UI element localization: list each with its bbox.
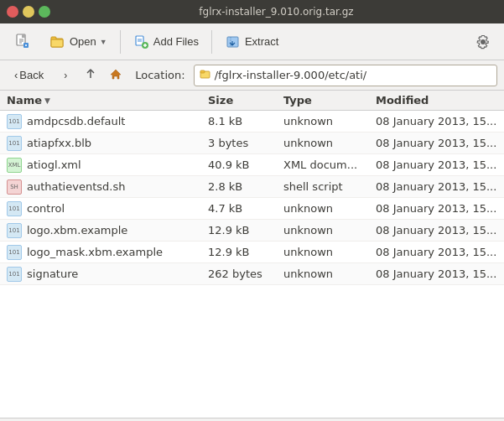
file-icon: XML bbox=[7, 158, 22, 173]
cell-size: 12.9 kB bbox=[208, 224, 283, 236]
file-name: logo.xbm.example bbox=[27, 224, 127, 236]
location-bar[interactable]: /fglrx-installer-9.000/etc/ati/ bbox=[194, 65, 497, 86]
cell-type: shell script bbox=[283, 180, 376, 193]
extract-label: Extract bbox=[245, 35, 278, 48]
cell-name: 101 atiapfxx.blb bbox=[7, 136, 208, 151]
open-button[interactable]: Open ▼ bbox=[42, 29, 115, 55]
cell-size: 262 bytes bbox=[208, 268, 283, 280]
file-rows: 101 amdpcsdb.default 8.1 kB unknown 08 J… bbox=[0, 111, 504, 285]
cell-type: unknown bbox=[283, 137, 376, 149]
navbar: ‹ Back › Location: /fglrx-installer-9.00… bbox=[0, 60, 504, 91]
cell-size: 8.1 kB bbox=[208, 115, 283, 127]
file-name: signature bbox=[27, 268, 78, 280]
location-path: /fglrx-installer-9.000/etc/ati/ bbox=[215, 69, 367, 81]
file-icon: 101 bbox=[7, 223, 22, 238]
forward-icon: › bbox=[64, 70, 67, 81]
new-icon bbox=[14, 34, 31, 50]
back-button[interactable]: ‹ Back bbox=[7, 65, 51, 85]
maximize-button[interactable] bbox=[39, 6, 50, 18]
table-row[interactable]: 101 logo_mask.xbm.example 12.9 kB unknow… bbox=[0, 242, 504, 263]
column-header-modified[interactable]: Modified bbox=[376, 94, 497, 107]
gear-icon bbox=[475, 34, 491, 50]
close-button[interactable] bbox=[7, 6, 18, 18]
file-name: authatieventsd.sh bbox=[27, 180, 125, 193]
svg-rect-10 bbox=[51, 39, 63, 47]
file-name: amdpcsdb.default bbox=[27, 115, 125, 127]
file-icon: 101 bbox=[7, 136, 22, 151]
file-icon: 101 bbox=[7, 267, 22, 282]
cell-name: 101 logo_mask.xbm.example bbox=[7, 245, 208, 260]
cell-type: unknown bbox=[283, 115, 376, 127]
open-dropdown-arrow: ▼ bbox=[100, 38, 107, 46]
cell-name: 101 control bbox=[7, 201, 208, 216]
table-row[interactable]: XML atiogl.xml 40.9 kB XML docum... 08 J… bbox=[0, 154, 504, 176]
forward-button[interactable]: › bbox=[55, 65, 76, 86]
folder-icon bbox=[200, 68, 211, 82]
window-controls bbox=[7, 6, 50, 18]
minimize-button[interactable] bbox=[23, 6, 34, 18]
cell-modified: 08 January 2013, 15... bbox=[376, 180, 497, 193]
extract-button[interactable]: Extract bbox=[217, 29, 286, 55]
file-name: logo_mask.xbm.example bbox=[27, 246, 163, 258]
cell-modified: 08 January 2013, 15... bbox=[376, 268, 497, 280]
cell-type: XML docum... bbox=[283, 159, 376, 171]
statusbar: 8 objects (82.5 kB) bbox=[0, 418, 504, 421]
table-row[interactable]: 101 control 4.7 kB unknown 08 January 20… bbox=[0, 198, 504, 220]
cell-modified: 08 January 2013, 15... bbox=[376, 224, 497, 236]
file-icon: 101 bbox=[7, 114, 22, 129]
add-files-label: Add Files bbox=[153, 35, 199, 48]
table-row[interactable]: SH authatieventsd.sh 2.8 kB shell script… bbox=[0, 176, 504, 198]
file-list: 101 amdpcsdb.default 8.1 kB unknown 08 J… bbox=[0, 111, 504, 418]
svg-rect-20 bbox=[200, 70, 205, 73]
file-icon: 101 bbox=[7, 201, 22, 216]
table-row[interactable]: 101 atiapfxx.blb 3 bytes unknown 08 Janu… bbox=[0, 133, 504, 154]
settings-button[interactable] bbox=[469, 29, 497, 55]
file-icon: SH bbox=[7, 179, 22, 195]
column-header-type[interactable]: Type bbox=[283, 94, 376, 107]
cell-size: 3 bytes bbox=[208, 137, 283, 149]
open-folder-icon bbox=[49, 34, 66, 50]
cell-modified: 08 January 2013, 15... bbox=[376, 137, 497, 149]
table-row[interactable]: 101 logo.xbm.example 12.9 kB unknown 08 … bbox=[0, 220, 504, 242]
toolbar: Open ▼ Add Files Extract bbox=[0, 23, 504, 60]
file-name: atiapfxx.blb bbox=[27, 137, 91, 149]
home-button[interactable] bbox=[105, 65, 127, 86]
extract-icon bbox=[225, 34, 242, 50]
column-header-size[interactable]: Size bbox=[208, 94, 283, 107]
file-name: control bbox=[27, 202, 65, 215]
cell-size: 4.7 kB bbox=[208, 202, 283, 215]
table-row[interactable]: 101 signature 262 bytes unknown 08 Janua… bbox=[0, 263, 504, 285]
cell-name: XML atiogl.xml bbox=[7, 158, 208, 173]
cell-modified: 08 January 2013, 15... bbox=[376, 202, 497, 215]
cell-modified: 08 January 2013, 15... bbox=[376, 115, 497, 127]
cell-name: 101 amdpcsdb.default bbox=[7, 114, 208, 129]
titlebar: fglrx-installer_9.010.orig.tar.gz bbox=[0, 0, 504, 23]
add-files-button[interactable]: Add Files bbox=[126, 29, 206, 55]
file-icon: 101 bbox=[7, 245, 22, 260]
up-arrow-icon bbox=[84, 67, 97, 83]
location-label: Location: bbox=[130, 69, 190, 81]
cell-name: 101 signature bbox=[7, 267, 208, 282]
file-name: atiogl.xml bbox=[27, 159, 81, 171]
back-arrow-icon: ‹ bbox=[14, 69, 18, 81]
column-header-name[interactable]: Name ▼ bbox=[7, 94, 208, 107]
svg-rect-1 bbox=[22, 34, 25, 38]
open-label: Open bbox=[70, 35, 96, 48]
cell-size: 12.9 kB bbox=[208, 246, 283, 258]
cell-type: unknown bbox=[283, 268, 376, 280]
home-icon bbox=[109, 67, 122, 83]
add-files-icon bbox=[133, 34, 150, 50]
cell-name: SH authatieventsd.sh bbox=[7, 179, 208, 195]
cell-size: 40.9 kB bbox=[208, 159, 283, 171]
cell-type: unknown bbox=[283, 202, 376, 215]
up-button[interactable] bbox=[80, 65, 101, 86]
table-row[interactable]: 101 amdpcsdb.default 8.1 kB unknown 08 J… bbox=[0, 111, 504, 133]
cell-type: unknown bbox=[283, 224, 376, 236]
cell-modified: 08 January 2013, 15... bbox=[376, 246, 497, 258]
new-button[interactable] bbox=[7, 29, 39, 55]
sort-arrow-icon: ▼ bbox=[44, 96, 50, 105]
back-label: Back bbox=[19, 69, 44, 81]
window-title: fglrx-installer_9.010.orig.tar.gz bbox=[55, 6, 497, 18]
cell-name: 101 logo.xbm.example bbox=[7, 223, 208, 238]
cell-modified: 08 January 2013, 15... bbox=[376, 159, 497, 171]
